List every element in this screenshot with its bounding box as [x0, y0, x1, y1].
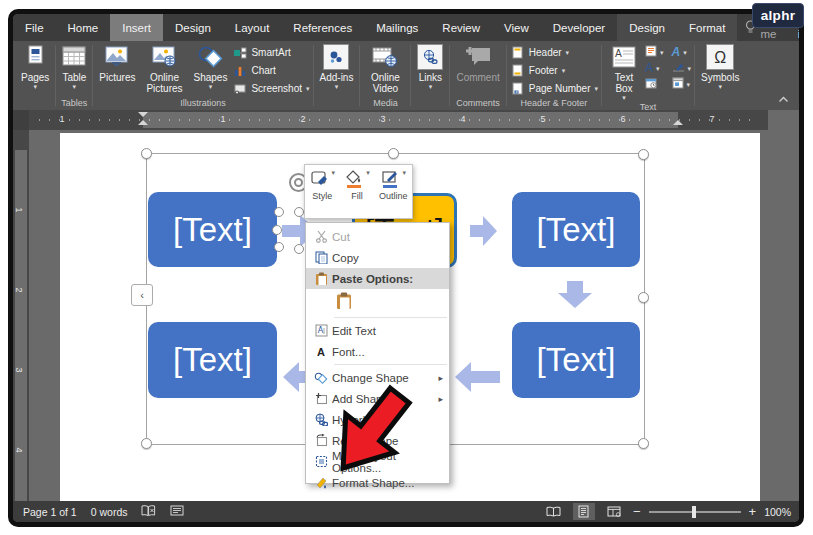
comment-label: Comment	[456, 72, 499, 83]
shapes-label: Shapes	[193, 72, 227, 83]
collapse-ribbon-button[interactable]	[778, 89, 789, 107]
tab-file[interactable]: File	[13, 14, 56, 41]
clipboard-icon	[310, 272, 332, 286]
tab-smartart-format[interactable]: Format	[677, 14, 737, 41]
add-ins-button[interactable]: Add-ins ▾	[317, 42, 357, 90]
online-video-button[interactable]: Online Video	[363, 42, 407, 94]
tab-layout[interactable]: Layout	[223, 14, 282, 41]
frame-handle[interactable]	[638, 438, 649, 449]
tab-review[interactable]: Review	[430, 14, 492, 41]
text-pane-toggle-button[interactable]: ‹	[131, 284, 153, 306]
ruler-number: 2	[300, 114, 305, 124]
dropdown-arrow-icon: ▾	[687, 81, 691, 88]
menu-item-cut[interactable]: Cut	[306, 226, 449, 247]
page-number-icon: #	[510, 82, 525, 95]
object-button[interactable]: ▾	[672, 75, 692, 93]
first-line-indent-marker[interactable]	[138, 112, 148, 117]
group-pages: Pages ▾	[15, 41, 55, 110]
shape-handle[interactable]	[272, 225, 282, 235]
dropdown-arrow-icon: ▾	[622, 94, 626, 101]
smartart-button[interactable]: SmartArt	[232, 44, 309, 61]
zoom-out-button[interactable]: −	[633, 504, 641, 519]
tab-design[interactable]: Design	[163, 14, 223, 41]
frame-handle[interactable]	[141, 438, 152, 449]
shape-handle[interactable]	[274, 207, 284, 217]
header-button[interactable]: Header ▾	[510, 44, 598, 61]
comment-button[interactable]: Comment	[453, 42, 502, 83]
submenu-arrow-icon: ▸	[438, 373, 443, 383]
proofing-status-icon[interactable]	[141, 505, 156, 519]
frame-handle[interactable]	[141, 148, 152, 159]
shapes-button[interactable]: Shapes ▾	[190, 42, 230, 90]
horizontal-ruler[interactable]: 1 1 2 3 4 5 6 7	[29, 110, 768, 130]
outline-button[interactable]: ▾ Outline	[379, 169, 408, 218]
outline-label: Outline	[379, 191, 408, 201]
dropdown-arrow-icon: ▾	[562, 67, 566, 74]
frame-handle[interactable]	[638, 149, 649, 160]
footer-button[interactable]: Footer ▾	[510, 62, 598, 79]
drop-cap-button[interactable]: A▾	[645, 61, 664, 75]
tab-insert[interactable]: Insert	[110, 14, 163, 41]
page-number-button[interactable]: # Page Number ▾	[510, 80, 598, 97]
links-button[interactable]: Links ▾	[414, 42, 446, 90]
zoom-slider-thumb[interactable]	[692, 506, 696, 518]
vertical-ruler[interactable]: 1 2 3 4	[13, 110, 29, 501]
online-video-label: Online Video	[366, 72, 404, 94]
menu-item-paste-options[interactable]: Paste Options:	[306, 268, 449, 289]
menu-separator	[334, 364, 447, 365]
tab-mailings[interactable]: Mailings	[364, 14, 430, 41]
online-pictures-icon	[151, 44, 177, 70]
menu-item-edit-text[interactable]: A Edit Text	[306, 320, 449, 341]
svg-text:A: A	[317, 326, 323, 335]
page-count-status[interactable]: Page 1 of 1	[23, 506, 77, 518]
shape-handle[interactable]	[274, 242, 284, 252]
menu-item-font[interactable]: A Font...	[306, 341, 449, 362]
read-mode-button[interactable]	[543, 503, 565, 520]
shape-handle[interactable]	[294, 244, 304, 254]
word-count-status[interactable]: 0 words	[91, 506, 128, 518]
web-layout-button[interactable]	[603, 503, 625, 520]
text-box-label: Text Box	[608, 72, 640, 94]
screenshot: File Home Insert Design Layout Reference…	[0, 0, 813, 535]
pages-button[interactable]: Pages ▾	[18, 42, 52, 90]
tab-smartart-design[interactable]: Design	[617, 14, 677, 41]
date-time-button[interactable]	[645, 75, 664, 93]
tab-home[interactable]: Home	[56, 14, 111, 41]
hanging-indent-marker[interactable]	[138, 120, 148, 125]
right-indent-marker[interactable]	[673, 120, 683, 125]
ruler-number: 6	[620, 114, 625, 124]
zoom-in-button[interactable]: +	[749, 504, 757, 519]
clipboard-paste-icon	[336, 292, 353, 312]
tab-view[interactable]: View	[492, 14, 541, 41]
header-label: Header	[529, 47, 562, 58]
frame-handle[interactable]	[638, 292, 649, 303]
change-shape-icon	[310, 372, 332, 384]
wordart-button[interactable]: A▾	[672, 45, 692, 59]
dropdown-arrow-icon: ▾	[209, 83, 213, 90]
table-button[interactable]: Table ▾	[59, 42, 89, 90]
ruler-number: 4	[14, 447, 24, 452]
quick-parts-button[interactable]: ▾	[645, 43, 664, 61]
fill-button[interactable]: ▾ Fill	[344, 169, 370, 218]
online-pictures-button[interactable]: Online Pictures	[140, 42, 188, 94]
paste-option-keep-formatting[interactable]	[306, 289, 449, 315]
group-tables: Table ▾ Tables	[56, 41, 92, 110]
menu-item-copy[interactable]: Copy	[306, 247, 449, 268]
shape-handle[interactable]	[294, 207, 304, 217]
style-button[interactable]: ▾ Style	[310, 169, 336, 218]
macro-record-icon[interactable]	[170, 505, 184, 518]
frame-handle[interactable]	[388, 148, 399, 159]
pictures-button[interactable]: Pictures	[96, 42, 138, 83]
document-page[interactable]: ‹ [Text] [Text] [Text] [Text] [Text] [Te…	[60, 133, 760, 501]
tab-references[interactable]: References	[281, 14, 364, 41]
text-box-button[interactable]: A Text Box ▾	[605, 42, 643, 101]
zoom-slider[interactable]	[649, 511, 741, 513]
zoom-level[interactable]: 100%	[764, 506, 791, 518]
symbols-button[interactable]: Ω Symbols ▾	[698, 42, 742, 90]
print-layout-button[interactable]	[573, 503, 595, 520]
group-symbols: Ω Symbols ▾	[695, 41, 745, 110]
style-icon	[310, 169, 330, 191]
screenshot-button[interactable]: Screenshot ▾	[232, 80, 309, 97]
tab-developer[interactable]: Developer	[541, 14, 617, 41]
chart-button[interactable]: Chart	[232, 62, 309, 79]
